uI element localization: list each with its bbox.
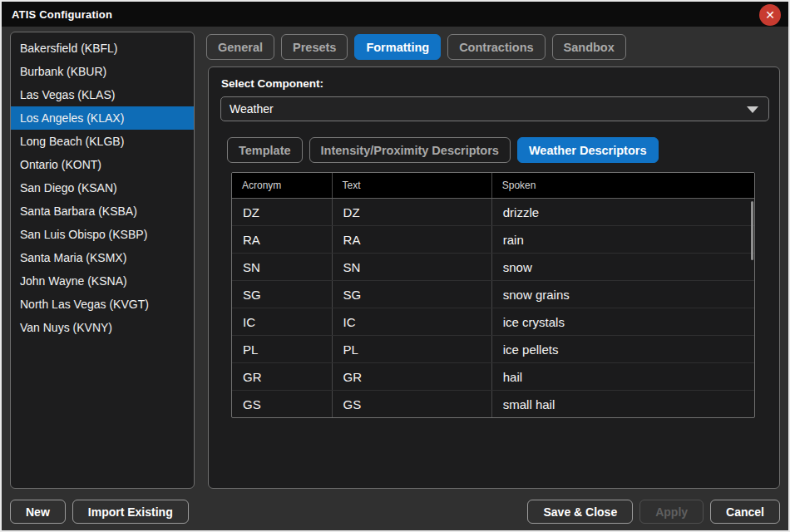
table-row[interactable]: GSGSsmall hail [232, 391, 754, 418]
weather-descriptors-table: AcronymTextSpoken DZDZdrizzleRARArainSNS… [231, 172, 755, 418]
cell-text: DZ [333, 199, 492, 225]
cell-acronym: PL [232, 336, 333, 362]
table-row[interactable]: PLPLice pellets [232, 336, 754, 363]
subtab-bar: TemplateIntensity/Proximity DescriptorsW… [227, 137, 659, 163]
cell-acronym: GR [232, 363, 333, 390]
cell-acronym: SN [232, 254, 333, 280]
sidebar-item-van-nuys-kvny[interactable]: Van Nuys (KVNY) [11, 316, 194, 339]
cell-text: GS [333, 391, 492, 417]
close-button[interactable]: ✕ [759, 4, 781, 26]
subtab-template[interactable]: Template [227, 137, 303, 163]
table-row[interactable]: ICICice crystals [232, 308, 754, 336]
cell-acronym: DZ [232, 199, 333, 225]
table-row[interactable]: RARArain [232, 226, 754, 254]
footer-right-buttons: Save & CloseApplyCancel [527, 500, 780, 524]
cell-spoken: ice crystals [492, 308, 754, 335]
select-component-label: Select Component: [221, 77, 323, 90]
sidebar-item-ontario-kont[interactable]: Ontario (KONT) [11, 153, 194, 176]
table-row[interactable]: DZDZdrizzle [232, 199, 754, 226]
formatting-panel: Select Component: Weather TemplateIntens… [208, 66, 780, 489]
sidebar-item-san-diego-ksan[interactable]: San Diego (KSAN) [11, 176, 194, 200]
save-close-button[interactable]: Save & Close [527, 500, 633, 524]
cell-spoken: hail [492, 363, 754, 390]
cell-text: SN [333, 254, 492, 280]
table-header-row: AcronymTextSpoken [232, 173, 754, 199]
sidebar-item-santa-barbara-ksba[interactable]: Santa Barbara (KSBA) [11, 200, 194, 223]
cell-acronym: RA [232, 226, 333, 253]
cell-acronym: SG [232, 281, 333, 308]
sidebar-item-long-beach-klgb[interactable]: Long Beach (KLGB) [11, 130, 194, 153]
sidebar-item-los-angeles-klax[interactable]: Los Angeles (KLAX) [11, 106, 194, 130]
apply-button: Apply [639, 500, 704, 524]
new-button[interactable]: New [10, 500, 66, 524]
cell-text: GR [333, 363, 492, 390]
cell-spoken: rain [492, 226, 754, 253]
tab-sandbox[interactable]: Sandbox [552, 34, 626, 60]
cancel-button[interactable]: Cancel [710, 500, 780, 524]
cell-text: PL [333, 336, 492, 362]
airport-list: Bakersfield (KBFL)Burbank (KBUR)Las Vega… [10, 32, 195, 489]
tab-formatting[interactable]: Formatting [354, 34, 441, 60]
component-select-value: Weather [230, 102, 274, 116]
window-title: ATIS Configuration [12, 8, 112, 21]
cell-spoken: ice pellets [492, 336, 754, 362]
sidebar-item-san-luis-obispo-ksbp[interactable]: San Luis Obispo (KSBP) [11, 223, 194, 246]
tab-bar: GeneralPresetsFormattingContractionsSand… [206, 34, 626, 60]
column-header-acronym: Acronym [232, 173, 333, 198]
table-row[interactable]: SGSGsnow grains [232, 281, 754, 308]
sidebar-item-burbank-kbur[interactable]: Burbank (KBUR) [11, 60, 194, 83]
cell-spoken: snow grains [492, 281, 754, 308]
column-header-spoken: Spoken [492, 173, 754, 198]
column-header-text: Text [333, 173, 492, 198]
cell-spoken: snow [492, 254, 754, 280]
atis-configuration-dialog: ATIS Configuration ✕ Bakersfield (KBFL)B… [0, 0, 790, 532]
footer-left-buttons: NewImport Existing [10, 500, 189, 524]
sidebar-item-santa-maria-ksmx[interactable]: Santa Maria (KSMX) [11, 246, 194, 269]
close-icon: ✕ [765, 9, 775, 21]
tab-presets[interactable]: Presets [281, 34, 348, 60]
import-existing-button[interactable]: Import Existing [72, 500, 189, 524]
sidebar-item-bakersfield-kbfl[interactable]: Bakersfield (KBFL) [11, 37, 194, 60]
table-row[interactable]: GRGRhail [232, 363, 754, 391]
sidebar-item-john-wayne-ksna[interactable]: John Wayne (KSNA) [11, 269, 194, 293]
sidebar-item-north-las-vegas-kvgt[interactable]: North Las Vegas (KVGT) [11, 293, 194, 316]
dropdown-arrow-icon [747, 106, 758, 113]
sidebar-item-las-vegas-klas[interactable]: Las Vegas (KLAS) [11, 83, 194, 106]
cell-text: IC [333, 308, 492, 335]
table-row[interactable]: SNSNsnow [232, 254, 754, 281]
table-body: DZDZdrizzleRARArainSNSNsnowSGSGsnow grai… [232, 199, 754, 418]
cell-text: RA [333, 226, 492, 253]
tab-general[interactable]: General [206, 34, 274, 60]
table-scrollbar[interactable] [751, 201, 753, 260]
cell-text: SG [333, 281, 492, 308]
cell-spoken: small hail [492, 391, 754, 417]
tab-contractions[interactable]: Contractions [447, 34, 545, 60]
component-select[interactable]: Weather [220, 96, 769, 121]
cell-acronym: IC [232, 308, 333, 335]
subtab-intensity-proximity-descriptors[interactable]: Intensity/Proximity Descriptors [309, 137, 511, 163]
subtab-weather-descriptors[interactable]: Weather Descriptors [517, 137, 659, 163]
cell-acronym: GS [232, 391, 333, 417]
cell-spoken: drizzle [492, 199, 754, 225]
title-bar: ATIS Configuration [2, 2, 788, 27]
